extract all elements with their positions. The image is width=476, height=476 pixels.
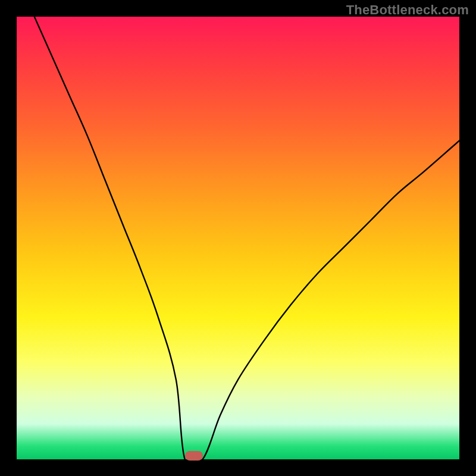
plot-area — [17, 17, 459, 459]
bottleneck-curve — [17, 17, 459, 459]
optimal-marker — [185, 451, 203, 461]
curve-path — [35, 17, 459, 459]
chart-frame: TheBottleneck.com — [0, 0, 476, 476]
watermark-text: TheBottleneck.com — [346, 2, 469, 18]
